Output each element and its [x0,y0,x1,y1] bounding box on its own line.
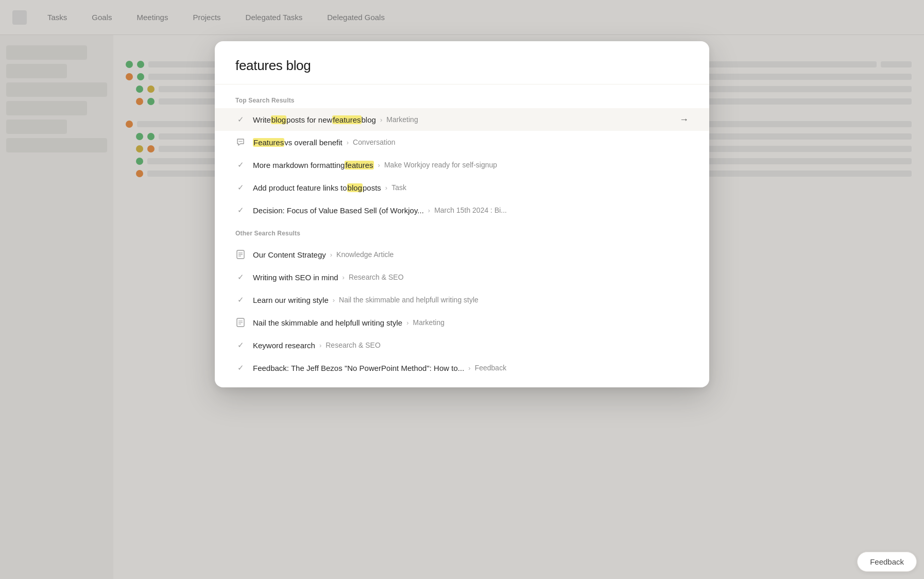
breadcrumb-text: March 15th 2024 : Bi... [434,206,507,214]
conversation-icon [235,137,246,147]
result-item[interactable]: Our Content Strategy › Knowledge Article [215,243,709,266]
search-modal: features blog Top Search Results ✓ Write… [215,41,709,387]
breadcrumb-text: Conversation [353,138,396,146]
check-icon: ✓ [235,272,246,282]
result-text: Decision: Focus of Value Based Sell (of … [253,206,689,215]
result-item[interactable]: ✓ Decision: Focus of Value Based Sell (o… [215,199,709,222]
result-title-highlight: features [332,115,361,124]
result-title: Feedback: The Jeff Bezos "No PowerPoint … [253,364,464,372]
svg-point-2 [242,141,243,142]
breadcrumb-separator: › [333,296,335,304]
result-title: Our Content Strategy [253,250,326,259]
breadcrumb-separator: › [385,184,387,192]
check-icon: ✓ [235,114,246,125]
feedback-button[interactable]: Feedback [857,552,917,572]
result-title-part: blog [362,115,376,124]
breadcrumb-text: Research & SEO [349,273,404,281]
check-icon: ✓ [235,160,246,170]
result-title-part: Decision: Focus of Value Based Sell (of … [253,206,424,215]
check-icon: ✓ [235,340,246,350]
breadcrumb-separator: › [330,251,332,259]
result-text: Learn our writing style › Nail the skimm… [253,296,689,304]
section-divider: Other Search Results [215,230,709,237]
document-icon [235,317,246,328]
search-header: features blog [215,41,709,84]
result-title-highlight: blog [347,183,363,192]
breadcrumb-separator: › [406,319,408,327]
breadcrumb-separator: › [380,116,382,124]
breadcrumb-text: Marketing [386,115,418,124]
result-text: Features vs overall benefit › Conversati… [253,138,689,147]
top-results-label: Top Search Results [215,97,709,104]
result-text: Our Content Strategy › Knowledge Article [253,250,689,259]
breadcrumb-text: Task [391,183,406,192]
document-icon [235,249,246,260]
result-title: Nail the skimmable and helpfull writing … [253,318,402,327]
result-item[interactable]: ✓ Add product feature links to blog post… [215,176,709,199]
breadcrumb-text: Feedback [475,364,506,372]
svg-point-1 [240,141,241,142]
result-title-highlight: blog [271,115,286,124]
other-results-label: Other Search Results [215,230,709,237]
result-title: Learn our writing style [253,296,329,304]
result-text: Feedback: The Jeff Bezos "No PowerPoint … [253,364,689,372]
result-title-part: vs overall benefit [284,138,343,147]
breadcrumb-text: Knowledge Article [336,250,393,259]
check-icon: ✓ [235,295,246,305]
arrow-icon: → [679,114,689,125]
result-text: More markdown formatting features › Make… [253,161,689,169]
check-icon: ✓ [235,363,246,373]
results-container: Top Search Results ✓ Write blog posts fo… [215,84,709,387]
result-item[interactable]: ✓ Keyword research › Research & SEO [215,334,709,356]
breadcrumb-text: Nail the skimmable and helpfull writing … [339,296,478,304]
result-item[interactable]: ✓ Learn our writing style › Nail the ski… [215,288,709,311]
result-item[interactable]: ✓ Feedback: The Jeff Bezos "No PowerPoin… [215,356,709,379]
result-item[interactable]: ✓ Writing with SEO in mind › Research & … [215,266,709,288]
result-text: Writing with SEO in mind › Research & SE… [253,273,689,282]
modal-overlay[interactable]: features blog Top Search Results ✓ Write… [0,0,924,579]
breadcrumb-separator: › [468,364,470,372]
result-title-part: Add product feature links to [253,183,347,192]
check-icon: ✓ [235,205,246,215]
result-title-part: More markdown formatting [253,161,345,169]
breadcrumb-separator: › [347,139,349,146]
result-text: Nail the skimmable and helpfull writing … [253,318,689,327]
breadcrumb-separator: › [378,161,380,169]
result-title-highlight: Features [253,138,284,147]
result-text: Keyword research › Research & SEO [253,341,689,350]
result-item[interactable]: Nail the skimmable and helpfull writing … [215,311,709,334]
breadcrumb-text: Research & SEO [326,341,381,349]
result-item[interactable]: Features vs overall benefit › Conversati… [215,131,709,154]
result-title-highlight: features [345,161,373,169]
breadcrumb-separator: › [319,342,321,349]
result-item[interactable]: ✓ More markdown formatting features › Ma… [215,154,709,176]
breadcrumb-text: Marketing [413,318,444,327]
breadcrumb-text: Make Workjoy ready for self-signup [384,161,497,169]
result-title-part: Write [253,115,271,124]
check-icon: ✓ [235,182,246,193]
result-text: Add product feature links to blog posts … [253,183,689,192]
search-query-display[interactable]: features blog [235,58,689,74]
svg-point-0 [239,141,240,142]
result-item[interactable]: ✓ Write blog posts for new features blog… [215,108,709,131]
result-text: Write blog posts for new features blog ›… [253,115,689,124]
result-title: Writing with SEO in mind [253,273,338,282]
result-title: Keyword research [253,341,315,350]
breadcrumb-separator: › [428,207,430,214]
breadcrumb-separator: › [343,274,345,281]
result-title-part: posts [363,183,381,192]
result-title-part: posts for new [286,115,332,124]
